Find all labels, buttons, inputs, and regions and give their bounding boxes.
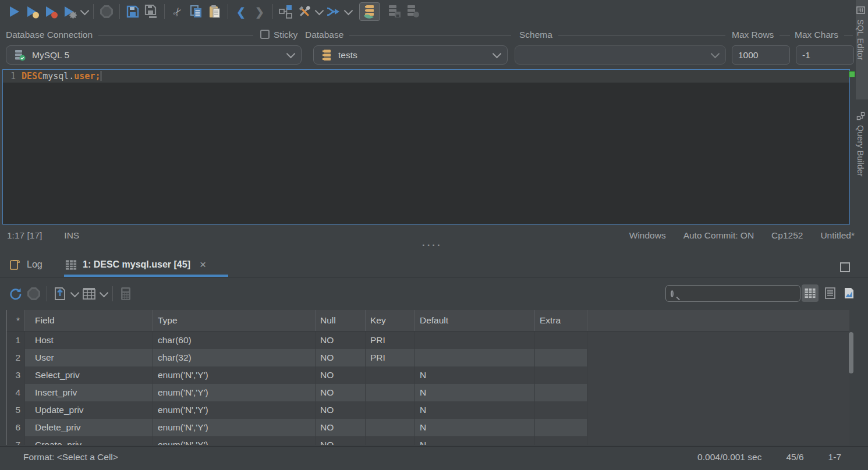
- splitter-handle[interactable]: ····: [422, 240, 442, 251]
- copy-button[interactable]: [187, 3, 206, 20]
- close-icon[interactable]: ×: [200, 258, 206, 271]
- max-chars-input[interactable]: [796, 45, 854, 65]
- sql-editor[interactable]: 1 DESC mysql.user;: [2, 69, 850, 225]
- database-select[interactable]: tests: [313, 45, 508, 65]
- line-ending-mode[interactable]: Windows: [629, 230, 666, 241]
- db-save-button[interactable]: [385, 3, 403, 20]
- cell-default[interactable]: N: [415, 384, 535, 401]
- cell-key[interactable]: [366, 401, 415, 419]
- db-misc-button[interactable]: [403, 3, 422, 20]
- cell-default[interactable]: N: [415, 419, 535, 436]
- view-grid-button[interactable]: [802, 284, 819, 302]
- cell-extra[interactable]: [535, 332, 587, 349]
- cell-key[interactable]: [366, 384, 415, 401]
- cell-field[interactable]: Create_priv: [25, 436, 153, 445]
- cell-default[interactable]: N: [415, 401, 535, 419]
- cell-type[interactable]: enum('N','Y'): [153, 366, 316, 384]
- cell-extra[interactable]: [535, 384, 587, 401]
- max-rows-input[interactable]: [732, 45, 790, 65]
- connection-select[interactable]: MySQL 5: [6, 45, 302, 65]
- cell-null[interactable]: NO: [316, 384, 366, 401]
- cell-type[interactable]: enum('N','Y'): [153, 436, 316, 445]
- auto-completion-button[interactable]: [324, 3, 343, 20]
- export-dropdown[interactable]: [69, 285, 80, 302]
- cell-null[interactable]: NO: [316, 436, 366, 445]
- cell-key[interactable]: PRI: [366, 349, 415, 366]
- tab-result-active[interactable]: 1: DESC mysql.user [45] ×: [65, 258, 206, 271]
- cell-null[interactable]: NO: [316, 401, 366, 419]
- cell-field[interactable]: Update_priv: [25, 401, 153, 419]
- cell-type[interactable]: char(60): [153, 332, 316, 349]
- cell-extra[interactable]: [535, 401, 587, 419]
- calculator-button[interactable]: [116, 285, 135, 302]
- cell-key[interactable]: [366, 366, 415, 384]
- header-extra[interactable]: Extra: [535, 310, 587, 331]
- row-number[interactable]: 7: [6, 436, 25, 445]
- stop-button[interactable]: [97, 3, 116, 20]
- sticky-checkbox[interactable]: [260, 30, 270, 39]
- view-chart-button[interactable]: [840, 284, 857, 302]
- save-as-button[interactable]: [142, 3, 161, 20]
- cell-default[interactable]: N: [415, 436, 535, 445]
- completion-dropdown[interactable]: [343, 3, 353, 20]
- header-row-number[interactable]: *: [6, 310, 25, 331]
- cell-extra[interactable]: [535, 419, 587, 436]
- search-input[interactable]: [677, 288, 795, 299]
- header-field[interactable]: Field: [25, 310, 153, 331]
- run-current-button[interactable]: [42, 3, 61, 20]
- cell-default[interactable]: N: [415, 366, 535, 384]
- side-tab-sql-editor[interactable]: SQL Editor: [855, 6, 867, 60]
- cell-key[interactable]: [366, 419, 415, 436]
- forward-button[interactable]: ❯: [250, 3, 269, 20]
- header-default[interactable]: Default: [415, 310, 535, 331]
- cell-field[interactable]: Insert_priv: [25, 384, 153, 401]
- cell-field[interactable]: Host: [25, 332, 153, 349]
- cancel-retrieve-button[interactable]: [24, 285, 43, 302]
- save-button[interactable]: [123, 3, 142, 20]
- side-tab-query-builder[interactable]: Query Builder: [855, 112, 867, 177]
- cell-null[interactable]: NO: [316, 419, 366, 436]
- cell-null[interactable]: NO: [316, 349, 366, 366]
- header-key[interactable]: Key: [366, 310, 415, 331]
- run-options-dropdown[interactable]: [79, 3, 90, 20]
- run-button[interactable]: [5, 3, 23, 20]
- cut-button[interactable]: ✂: [168, 3, 187, 20]
- grid-options-button[interactable]: [80, 285, 98, 302]
- tools-dropdown[interactable]: [314, 3, 324, 20]
- run-selected-button[interactable]: [23, 3, 42, 20]
- cell-field[interactable]: Delete_priv: [25, 419, 153, 436]
- row-number[interactable]: 6: [6, 419, 25, 436]
- auto-commit-status[interactable]: Auto Commit: ON: [683, 230, 754, 241]
- cell-null[interactable]: NO: [316, 332, 366, 349]
- cell-default[interactable]: [415, 332, 535, 349]
- cell-extra[interactable]: [535, 349, 587, 366]
- cell-extra[interactable]: [535, 436, 587, 445]
- row-number[interactable]: 1: [6, 332, 25, 349]
- maximize-panel-button[interactable]: [840, 262, 850, 272]
- cell-default[interactable]: [415, 349, 535, 366]
- view-form-button[interactable]: [821, 284, 838, 302]
- header-type[interactable]: Type: [153, 310, 316, 331]
- back-button[interactable]: ❮: [232, 3, 250, 20]
- row-number[interactable]: 4: [6, 384, 25, 401]
- cell-key[interactable]: [366, 436, 415, 445]
- cell-type[interactable]: enum('N','Y'): [153, 419, 316, 436]
- result-search-box[interactable]: [665, 285, 800, 302]
- tab-log[interactable]: Log: [9, 259, 42, 270]
- cell-null[interactable]: NO: [316, 366, 366, 384]
- row-number[interactable]: 2: [6, 349, 25, 366]
- reload-result-button[interactable]: [6, 285, 24, 302]
- cell-extra[interactable]: [535, 366, 587, 384]
- row-number[interactable]: 5: [6, 401, 25, 419]
- row-number[interactable]: 3: [6, 366, 25, 384]
- schema-select[interactable]: [515, 45, 726, 65]
- cell-field[interactable]: User: [25, 349, 153, 366]
- export-data-button[interactable]: [51, 285, 69, 302]
- cell-key[interactable]: PRI: [366, 332, 415, 349]
- encoding[interactable]: Cp1252: [771, 230, 803, 241]
- db-object-browser-button[interactable]: [359, 2, 380, 21]
- sql-tools-button[interactable]: [295, 3, 314, 20]
- dbms-output-button[interactable]: [277, 3, 295, 20]
- header-null[interactable]: Null: [316, 310, 366, 331]
- run-with-settings-button[interactable]: [61, 3, 79, 20]
